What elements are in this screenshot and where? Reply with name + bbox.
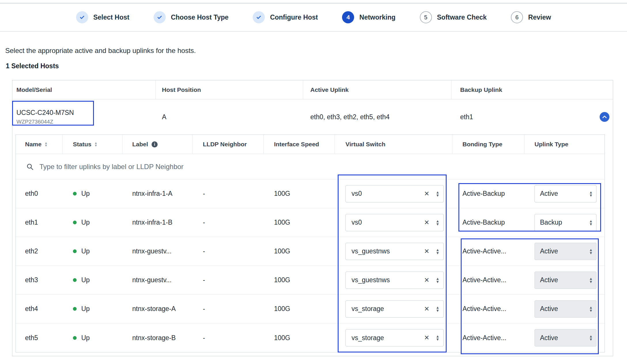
check-icon: [253, 11, 265, 23]
sort-icon[interactable]: [94, 142, 97, 147]
virtual-switch-select[interactable]: vs_storage: [345, 329, 444, 346]
host-model-serial: UCSC-C240-M7SN WZP2736044Z: [12, 109, 156, 125]
select-stepper-icon[interactable]: [589, 306, 593, 312]
select-stepper-icon[interactable]: [436, 306, 439, 312]
step-label: Software Check: [437, 14, 487, 21]
virtual-switch-cell: vs_guestnws: [335, 272, 452, 289]
step-select-host[interactable]: Select Host: [76, 11, 129, 23]
uplink-label: ntnx-storage-A: [122, 305, 192, 313]
uplink-filter-row: [16, 154, 605, 179]
column-header-status[interactable]: Status: [63, 135, 122, 154]
column-header-backup-uplink: Backup Uplink: [452, 80, 613, 99]
column-header-interface-speed: Interface Speed: [264, 135, 335, 154]
select-stepper-icon[interactable]: [436, 248, 439, 255]
step-software-check[interactable]: 5 Software Check: [420, 11, 487, 23]
virtual-switch-value: vs0: [352, 219, 424, 226]
column-header-lldp-neighbor: LLDP Neighbor: [192, 135, 264, 154]
select-stepper-icon[interactable]: [589, 335, 593, 341]
uplink-type-select[interactable]: Active: [535, 300, 596, 318]
virtual-switch-select[interactable]: vs_guestnws: [345, 272, 444, 289]
step-label: Review: [528, 14, 551, 21]
lldp-neighbor: -: [192, 276, 264, 284]
select-stepper-icon[interactable]: [589, 191, 593, 197]
step-choose-host-type[interactable]: Choose Host Type: [154, 11, 228, 23]
select-stepper-icon[interactable]: [436, 277, 439, 283]
uplink-status: Up: [63, 247, 122, 255]
virtual-switch-value: vs_storage: [352, 334, 424, 342]
bonding-type: Active-Active...: [452, 276, 524, 284]
uplink-type-select[interactable]: Active: [535, 272, 596, 289]
clear-icon[interactable]: [424, 276, 429, 284]
host-active-uplinks: eth0, eth3, eth2, eth5, eth4: [303, 113, 452, 121]
lldp-neighbor: -: [192, 219, 264, 226]
check-icon: [76, 11, 88, 23]
select-stepper-icon[interactable]: [589, 248, 593, 255]
uplinks-table-body: eth0 Up ntnx-infra-1-A - 100G vs0 Active…: [16, 179, 605, 352]
column-header-bonding-type: Bonding Type: [452, 135, 524, 154]
select-stepper-icon[interactable]: [589, 277, 593, 283]
step-configure-host[interactable]: Configure Host: [253, 11, 318, 23]
uplink-status: Up: [63, 190, 122, 198]
interface-speed: 100G: [264, 276, 335, 284]
collapse-row-button[interactable]: [600, 112, 609, 122]
column-header-label-col: Label: [122, 135, 192, 154]
status-text: Up: [81, 305, 90, 313]
uplink-row: eth3 Up ntnx-guestv... - 100G vs_guestnw…: [16, 266, 605, 295]
select-stepper-icon[interactable]: [589, 219, 593, 226]
virtual-switch-select[interactable]: vs_storage: [345, 300, 444, 318]
chevron-up-icon: [602, 115, 607, 118]
uplink-type-select[interactable]: Active: [535, 243, 596, 260]
step-networking[interactable]: 4 Networking: [342, 11, 395, 23]
clear-icon[interactable]: [424, 248, 429, 255]
uplink-name: eth4: [16, 305, 63, 313]
column-header-label: Label: [132, 141, 148, 148]
wizard-stepper: Select Host Choose Host Type Configure H…: [0, 3, 627, 32]
virtual-switch-select[interactable]: vs0: [345, 185, 444, 202]
uplink-name: eth3: [16, 276, 63, 284]
bonding-type: Active-Backup: [452, 219, 524, 226]
virtual-switch-select[interactable]: vs0: [345, 214, 444, 231]
uplink-type-select[interactable]: Active: [535, 329, 596, 346]
virtual-switch-value: vs_storage: [352, 305, 424, 313]
interface-speed: 100G: [264, 190, 335, 198]
status-up-dot: [73, 192, 77, 196]
uplinks-table: Name Status Label LLDP Neighbor Interfac…: [16, 134, 605, 352]
uplink-type-cell: Backup: [524, 214, 605, 231]
select-stepper-icon[interactable]: [436, 191, 439, 197]
status-up-dot: [73, 336, 77, 340]
step-label: Choose Host Type: [171, 14, 228, 21]
clear-icon[interactable]: [424, 190, 429, 198]
status-text: Up: [81, 334, 90, 342]
uplink-label: ntnx-infra-1-A: [122, 190, 192, 198]
virtual-switch-cell: vs0: [335, 214, 452, 231]
status-up-dot: [73, 249, 77, 253]
info-icon[interactable]: [152, 141, 158, 147]
search-icon: [26, 163, 34, 170]
step-number: 4: [342, 11, 354, 23]
virtual-switch-cell: vs_storage: [335, 300, 452, 318]
uplinks-table-header: Name Status Label LLDP Neighbor Interfac…: [16, 135, 605, 154]
uplink-type-select[interactable]: Active: [535, 185, 596, 202]
uplink-filter-input[interactable]: [39, 162, 596, 171]
check-icon: [154, 11, 166, 23]
select-stepper-icon[interactable]: [436, 335, 439, 341]
uplink-status: Up: [63, 334, 122, 342]
interface-speed: 100G: [264, 334, 335, 342]
column-header-name[interactable]: Name: [16, 135, 63, 154]
status-text: Up: [81, 276, 90, 284]
clear-icon[interactable]: [424, 305, 429, 313]
select-stepper-icon[interactable]: [436, 219, 439, 226]
step-review[interactable]: 6 Review: [511, 11, 551, 23]
virtual-switch-select[interactable]: vs_guestnws: [345, 243, 444, 260]
uplink-name: eth2: [16, 247, 63, 255]
hosts-table-header: Model/Serial Host Position Active Uplink…: [12, 80, 613, 99]
sort-icon[interactable]: [44, 142, 48, 147]
clear-icon[interactable]: [424, 334, 429, 342]
uplink-type-cell: Active: [524, 300, 605, 318]
uplink-label: ntnx-storage-B: [122, 334, 192, 342]
uplink-type-select[interactable]: Backup: [535, 214, 596, 231]
clear-icon[interactable]: [424, 219, 429, 226]
virtual-switch-cell: vs_guestnws: [335, 243, 452, 260]
host-backup-uplink: eth1: [452, 113, 613, 121]
uplink-label: ntnx-infra-1-B: [122, 219, 192, 226]
